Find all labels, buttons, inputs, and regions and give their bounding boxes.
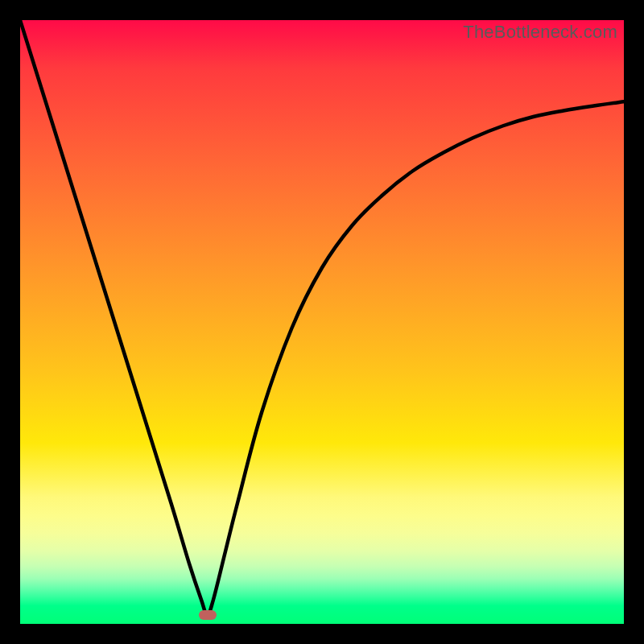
minimum-marker	[199, 610, 217, 620]
plot-area: TheBottleneck.com	[20, 20, 624, 624]
bottleneck-curve	[20, 20, 624, 624]
chart-frame: TheBottleneck.com	[0, 0, 644, 644]
